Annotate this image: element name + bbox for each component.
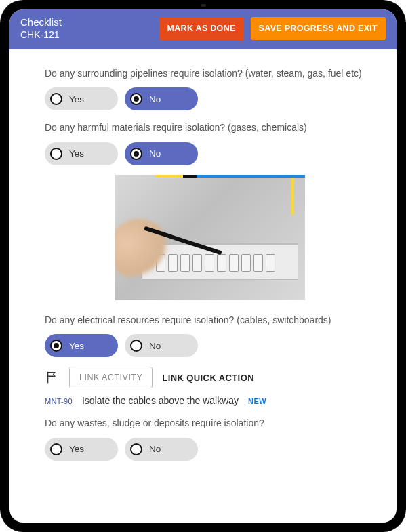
app-screen: Checklist CHK-121 MARK AS DONE SAVE PROG… — [9, 9, 397, 523]
linked-text: Isolate the cables above the walkway — [82, 395, 239, 406]
radio-icon — [130, 93, 142, 105]
radio-icon — [50, 443, 62, 455]
question-pipelines: Do any surrounding pipelines require iso… — [45, 66, 375, 81]
mark-as-done-button[interactable]: MARK AS DONE — [159, 17, 244, 40]
radio-icon — [130, 340, 142, 352]
question-wastes: Do any wastes, sludge or deposits requir… — [45, 415, 375, 430]
checklist-id: CHK-121 — [20, 29, 62, 40]
checklist-content[interactable]: Do any surrounding pipelines require iso… — [9, 49, 397, 523]
radio-icon — [50, 340, 62, 352]
option-label: No — [149, 148, 161, 159]
option-no[interactable]: No — [125, 438, 198, 461]
options-wastes: Yes No — [45, 438, 375, 461]
save-progress-exit-button[interactable]: SAVE PROGRESS AND EXIT — [251, 17, 386, 40]
attachment-image[interactable] — [115, 175, 305, 300]
radio-icon — [50, 148, 62, 160]
link-row: LINK ACTIVITY LINK QUICK ACTION — [45, 367, 375, 388]
flag-icon[interactable] — [45, 370, 60, 385]
radio-icon — [130, 148, 142, 160]
option-yes[interactable]: Yes — [45, 142, 118, 165]
option-label: Yes — [69, 94, 84, 104]
link-activity-button[interactable]: LINK ACTIVITY — [69, 367, 153, 388]
question-harmful-materials: Do any harmful materials require isolati… — [45, 120, 375, 135]
linked-id: MNT-90 — [45, 397, 73, 405]
options-pipelines: Yes No — [45, 87, 375, 110]
option-label: Yes — [69, 341, 84, 351]
option-no[interactable]: No — [125, 334, 198, 357]
new-badge: NEW — [248, 397, 266, 405]
option-yes[interactable]: Yes — [45, 438, 118, 461]
option-label: Yes — [69, 444, 84, 454]
radio-icon — [130, 443, 142, 455]
option-no[interactable]: No — [125, 87, 198, 110]
page-title: Checklist — [20, 16, 62, 28]
camera-dot — [201, 4, 206, 7]
option-yes[interactable]: Yes — [45, 87, 118, 110]
option-label: Yes — [69, 148, 84, 159]
header-title-block: Checklist CHK-121 — [20, 16, 62, 40]
options-electrical: Yes No — [45, 334, 375, 357]
option-label: No — [149, 341, 161, 351]
header-actions: MARK AS DONE SAVE PROGRESS AND EXIT — [159, 17, 386, 40]
option-label: No — [149, 94, 161, 104]
option-yes[interactable]: Yes — [45, 334, 118, 357]
option-no[interactable]: No — [125, 142, 198, 165]
tablet-frame: Checklist CHK-121 MARK AS DONE SAVE PROG… — [0, 0, 406, 532]
link-quick-action-button[interactable]: LINK QUICK ACTION — [162, 373, 254, 383]
option-label: No — [149, 444, 161, 454]
radio-icon — [50, 93, 62, 105]
question-electrical: Do any electrical resources require isol… — [45, 312, 375, 327]
options-harmful-materials: Yes No — [45, 142, 375, 165]
linked-activity-row[interactable]: MNT-90 Isolate the cables above the walk… — [45, 395, 375, 406]
app-header: Checklist CHK-121 MARK AS DONE SAVE PROG… — [9, 9, 397, 49]
